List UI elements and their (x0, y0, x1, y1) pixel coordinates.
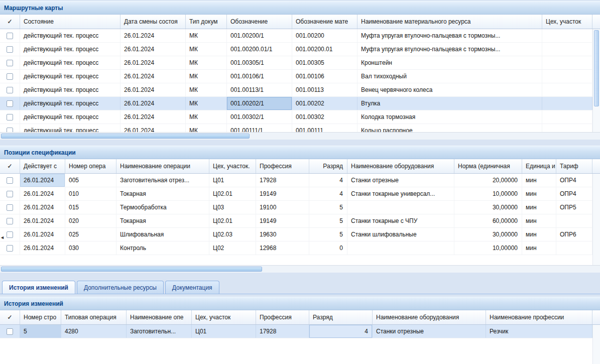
cell[interactable]: 10,00000 (454, 187, 522, 200)
cell[interactable]: 17928 (256, 325, 309, 338)
cell[interactable]: МК (186, 29, 227, 42)
cell[interactable]: 5 (309, 201, 347, 214)
scrollbar-thumb[interactable] (1, 134, 250, 139)
cell[interactable]: мин (522, 174, 556, 187)
cell[interactable] (542, 110, 592, 124)
col-header-unit[interactable]: Единица и (522, 159, 556, 173)
cell[interactable]: Контроль (116, 241, 209, 255)
cell[interactable]: Резчик (486, 325, 592, 338)
cell[interactable]: 001.00302/1 (227, 110, 292, 124)
cell[interactable]: Муфта упругая втулочно-пальцевая с тормо… (357, 43, 542, 56)
cell[interactable]: действующий тех. процесс (20, 56, 121, 69)
cell[interactable]: 001.00200/1 (227, 29, 292, 42)
scrollbar-thumb[interactable] (1, 267, 262, 272)
cell[interactable]: Станки отрезные (347, 174, 454, 187)
cell[interactable]: 001.00305/1 (227, 56, 292, 69)
cell[interactable]: 005 (65, 174, 116, 187)
cell[interactable]: Ц02.01 (209, 214, 256, 227)
cell[interactable] (542, 29, 592, 42)
cell[interactable]: 020 (65, 214, 116, 227)
cell[interactable]: Колодка тормозная (357, 110, 542, 124)
row-select-cell[interactable] (0, 110, 20, 124)
cell[interactable] (347, 241, 454, 255)
cell[interactable]: действующий тех. процесс (20, 83, 121, 96)
cell[interactable] (542, 124, 592, 132)
cell[interactable]: Заготовительная отрез... (116, 174, 209, 187)
cell[interactable]: 26.01.2024 (20, 187, 65, 200)
cell[interactable]: Станки отрезные (373, 325, 486, 338)
cell-selected[interactable]: 001.00202/1 (227, 97, 292, 110)
select-all-header[interactable]: ✓ (0, 15, 20, 29)
cell[interactable]: Токарная (116, 214, 209, 227)
cell[interactable]: ОПР5 (556, 201, 592, 214)
cell[interactable]: 001.00200 (292, 29, 357, 42)
cell[interactable]: 26.01.2024 (121, 110, 186, 124)
horizontal-scrollbar[interactable] (0, 132, 600, 140)
horizontal-scrollbar[interactable] (0, 265, 600, 273)
cell[interactable]: 001.00113 (292, 83, 357, 96)
cell-selected[interactable]: 26.01.2024 (20, 174, 65, 187)
cell[interactable]: Муфта упругая втулочно-пальцевая с тормо… (357, 29, 542, 42)
cell[interactable]: 60,00000 (454, 214, 522, 227)
cell[interactable]: 001.00202 (292, 97, 357, 110)
cell[interactable]: МК (186, 56, 227, 69)
cell-selected[interactable]: 5 (20, 325, 61, 338)
col-header-typical-operation[interactable]: Типовая операция (61, 310, 127, 324)
cell[interactable]: 010 (65, 187, 116, 200)
cell[interactable]: 19149 (256, 214, 309, 227)
checkbox[interactable] (7, 100, 13, 107)
cell[interactable]: 30,00000 (454, 228, 522, 241)
cell[interactable] (556, 214, 592, 227)
checkbox[interactable] (7, 191, 13, 197)
checkbox[interactable] (7, 328, 13, 335)
select-all-header[interactable]: ✓ (0, 310, 20, 324)
vertical-scrollbar[interactable] (592, 29, 600, 132)
checkbox[interactable] (7, 73, 13, 80)
cell[interactable]: действующий тех. процесс (20, 110, 121, 124)
cell[interactable]: Станки шлифовальные (347, 228, 454, 241)
cell[interactable]: МК (186, 124, 227, 132)
col-header-doc-type[interactable]: Тип докум (186, 15, 227, 29)
tab-documentation[interactable]: Документация (165, 281, 219, 294)
tab-history[interactable]: История изменений (2, 281, 75, 294)
scrollbar-thumb[interactable] (594, 30, 599, 106)
vertical-scrollbar[interactable] (592, 325, 600, 364)
row-select-cell[interactable] (0, 187, 20, 200)
cell[interactable]: 26.01.2024 (121, 43, 186, 56)
checkbox[interactable] (7, 87, 13, 93)
cell[interactable] (542, 70, 592, 83)
cell[interactable]: МК (186, 43, 227, 56)
cell[interactable]: МК (186, 97, 227, 110)
row-select-cell[interactable] (0, 124, 20, 132)
cell[interactable]: Втулка (357, 97, 542, 110)
cell[interactable]: Ц03 (209, 201, 256, 214)
col-header-equipment-name[interactable]: Наименование оборудования (347, 159, 454, 173)
row-select-cell[interactable] (0, 174, 20, 187)
cell[interactable]: 10,00000 (454, 241, 522, 255)
cell[interactable] (542, 97, 592, 110)
collapse-left-arrow[interactable]: ◄ (0, 235, 5, 240)
cell[interactable]: 001.00200.01/1 (227, 43, 292, 56)
cell[interactable] (542, 43, 592, 56)
cell[interactable]: 17928 (256, 174, 309, 187)
cell[interactable]: Кронштейн (357, 56, 542, 69)
cell[interactable]: действующий тех. процесс (20, 70, 121, 83)
checkbox[interactable] (7, 33, 13, 39)
row-select-cell[interactable] (0, 201, 20, 214)
cell[interactable]: Шлифовальная (116, 228, 209, 241)
col-header-operation-name[interactable]: Наименование операции (116, 159, 209, 173)
col-header-grade[interactable]: Разряд (309, 310, 373, 324)
cell[interactable]: Вал тихоходный (357, 70, 542, 83)
cell[interactable]: 001.00200.01 (292, 43, 357, 56)
cell[interactable]: Термообработка (116, 201, 209, 214)
cell[interactable]: 030 (65, 241, 116, 255)
cell[interactable]: действующий тех. процесс (20, 29, 121, 42)
row-select-cell[interactable] (0, 83, 20, 96)
cell[interactable]: МК (186, 70, 227, 83)
cell[interactable]: 001.00302 (292, 110, 357, 124)
checkbox[interactable] (7, 177, 13, 184)
cell[interactable]: ОПР6 (556, 228, 592, 241)
cell[interactable]: Ц02.03 (209, 228, 256, 241)
cell[interactable]: действующий тех. процесс (20, 124, 121, 132)
cell[interactable]: 12968 (256, 241, 309, 255)
